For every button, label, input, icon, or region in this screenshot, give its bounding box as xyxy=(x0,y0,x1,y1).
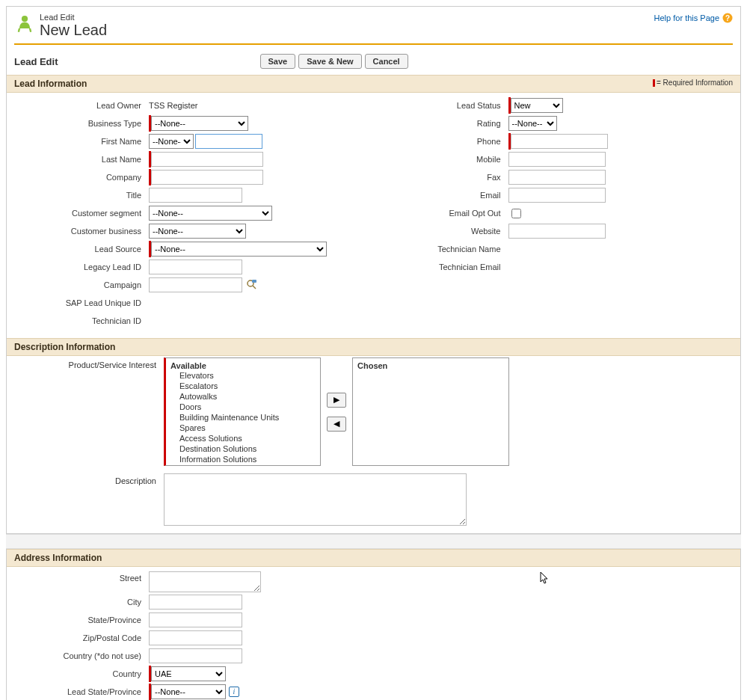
available-option[interactable]: Escalators xyxy=(170,381,316,391)
label-business-type: Business Type xyxy=(14,119,149,128)
input-city[interactable] xyxy=(149,595,242,610)
label-lead-owner: Lead Owner xyxy=(14,101,149,110)
label-company: Company xyxy=(14,173,149,182)
input-website[interactable] xyxy=(508,224,606,239)
lookup-icon[interactable] xyxy=(245,278,259,292)
input-mobile[interactable] xyxy=(508,152,606,167)
select-country[interactable]: UAE xyxy=(151,666,226,681)
label-technician-id: Technician ID xyxy=(14,316,149,325)
label-rating: Rating xyxy=(374,119,508,128)
svg-rect-5 xyxy=(252,280,256,283)
cancel-button[interactable]: Cancel xyxy=(365,54,408,69)
label-phone: Phone xyxy=(374,137,508,146)
label-last-name: Last Name xyxy=(14,155,149,164)
label-lead-source: Lead Source xyxy=(14,245,149,254)
label-city: City xyxy=(14,598,149,607)
label-street: Street xyxy=(14,571,149,583)
value-lead-owner: TSS Register xyxy=(149,101,197,110)
label-technician-name: Technician Name xyxy=(374,245,508,254)
select-salutation[interactable]: --None-- xyxy=(149,134,194,149)
label-title: Title xyxy=(14,191,149,200)
listbox-chosen[interactable]: Chosen xyxy=(352,357,509,466)
svg-point-0 xyxy=(22,16,28,22)
input-state[interactable] xyxy=(149,612,242,627)
svg-line-4 xyxy=(253,286,256,289)
label-fax: Fax xyxy=(374,173,508,182)
select-lead-source[interactable]: --None-- xyxy=(151,242,327,257)
available-option[interactable]: Autowalks xyxy=(170,391,316,402)
available-option[interactable]: Elevators xyxy=(170,370,316,381)
lead-icon xyxy=(14,13,35,34)
select-customer-business[interactable]: --None-- xyxy=(149,224,246,239)
available-option[interactable]: Spares xyxy=(170,423,316,433)
label-email: Email xyxy=(374,191,508,200)
info-icon[interactable]: i xyxy=(229,687,239,697)
available-option[interactable]: Building Maintenance Units xyxy=(170,412,316,423)
svg-text:?: ? xyxy=(725,14,730,22)
label-lead-status: Lead Status xyxy=(374,101,508,110)
textarea-description[interactable] xyxy=(164,473,467,526)
input-country-old[interactable] xyxy=(149,648,242,663)
save-new-button[interactable]: Save & New xyxy=(298,54,361,69)
save-button[interactable]: Save xyxy=(260,54,296,69)
input-fax[interactable] xyxy=(508,170,606,185)
label-legacy-lead-id: Legacy Lead ID xyxy=(14,262,149,271)
label-product-interest: Product/Service Interest xyxy=(14,357,164,466)
available-option[interactable]: Information Solutions xyxy=(170,454,316,464)
select-rating[interactable]: --None-- xyxy=(508,116,557,131)
label-email-opt-out: Email Opt Out xyxy=(374,209,508,218)
label-website: Website xyxy=(374,227,508,236)
breadcrumb: Lead Edit xyxy=(40,13,107,22)
input-zip[interactable] xyxy=(149,630,242,645)
button-row: Save Save & New Cancel xyxy=(260,54,408,69)
label-first-name: First Name xyxy=(14,137,149,146)
select-customer-segment[interactable]: --None-- xyxy=(149,206,272,221)
page-title: New Lead xyxy=(40,22,107,39)
label-description: Description xyxy=(14,473,164,526)
remove-button[interactable]: ◀ xyxy=(327,417,346,432)
label-technician-email: Technician Email xyxy=(374,262,508,271)
available-option[interactable]: Destination Solutions xyxy=(170,443,316,454)
label-lead-state: Lead State/Province xyxy=(14,687,149,696)
select-business-type[interactable]: --None-- xyxy=(151,116,248,131)
label-country: Country xyxy=(14,669,149,678)
input-title[interactable] xyxy=(149,188,242,203)
input-campaign[interactable] xyxy=(149,277,242,292)
label-state: State/Province xyxy=(14,615,149,624)
input-company[interactable] xyxy=(151,170,263,185)
select-lead-status[interactable]: New xyxy=(511,98,563,113)
select-lead-state[interactable]: --None-- xyxy=(151,684,226,699)
add-button[interactable]: ▶ xyxy=(327,393,346,408)
section-desc-info: Description Information xyxy=(14,342,115,352)
input-legacy-lead-id[interactable] xyxy=(149,260,242,274)
input-email[interactable] xyxy=(508,188,606,203)
section-address-info: Address Information xyxy=(14,553,102,563)
label-customer-segment: Customer segment xyxy=(14,209,149,218)
checkbox-email-opt-out[interactable] xyxy=(511,209,521,218)
label-zip: Zip/Postal Code xyxy=(14,633,149,642)
label-campaign: Campaign xyxy=(14,280,149,289)
section-lead-info: Lead Information xyxy=(14,79,87,89)
label-customer-business: Customer business xyxy=(14,227,149,236)
available-option[interactable]: Access Solutions xyxy=(170,433,316,443)
input-first-name[interactable] xyxy=(195,134,262,149)
label-sap-lead: SAP Lead Unique ID xyxy=(14,298,149,307)
label-mobile: Mobile xyxy=(374,155,508,164)
help-link[interactable]: Help for this Page ? xyxy=(654,13,733,23)
input-last-name[interactable] xyxy=(151,152,263,167)
textarea-street[interactable] xyxy=(149,571,261,592)
subheader-title: Lead Edit xyxy=(14,56,58,67)
listbox-available[interactable]: Available ElevatorsEscalatorsAutowalksDo… xyxy=(164,357,321,466)
label-country-old: Country (*do not use) xyxy=(14,651,149,660)
required-info-legend: = Required Information xyxy=(653,79,733,89)
input-phone[interactable] xyxy=(511,134,608,149)
available-option[interactable]: Doors xyxy=(170,402,316,412)
help-icon: ? xyxy=(722,13,733,23)
